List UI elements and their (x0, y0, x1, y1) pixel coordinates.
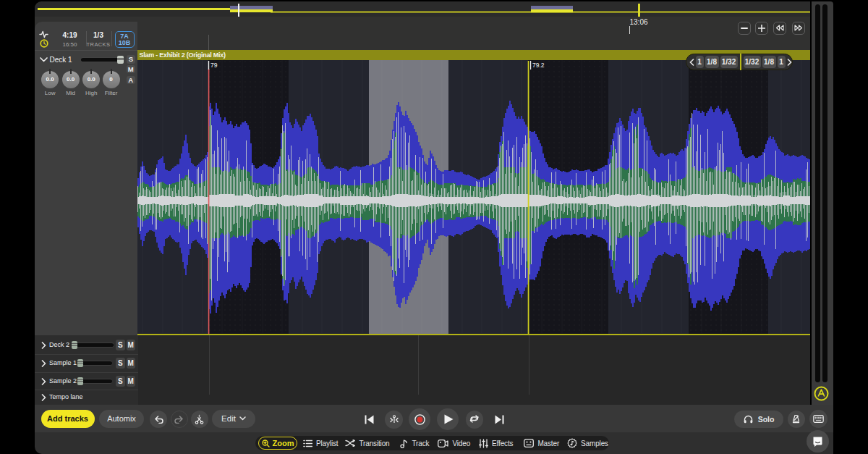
svg-text:79: 79 (210, 62, 218, 69)
svg-text:79.2: 79.2 (532, 62, 545, 69)
